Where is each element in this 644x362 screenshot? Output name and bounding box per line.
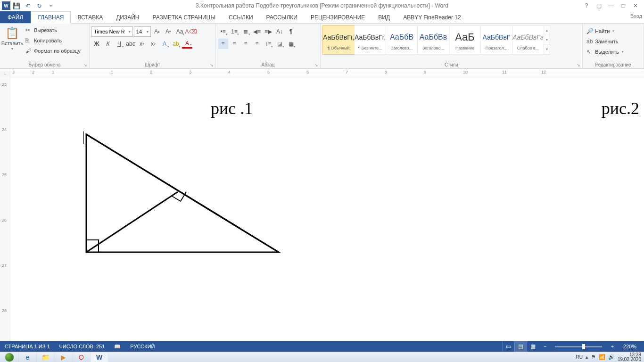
web-layout-icon[interactable]: ▦ bbox=[527, 341, 539, 352]
dialog-launcher-icon[interactable]: ↘ bbox=[210, 63, 214, 67]
ribbon-options-icon[interactable]: ▢ bbox=[593, 1, 604, 10]
tab-abbyy[interactable]: ABBYY FineReader 12 bbox=[396, 11, 468, 23]
read-mode-icon[interactable]: ▭ bbox=[502, 341, 514, 352]
dialog-launcher-icon[interactable]: ↘ bbox=[83, 63, 87, 67]
dialog-launcher-icon[interactable]: ↘ bbox=[577, 63, 580, 67]
tab-file[interactable]: ФАЙЛ bbox=[0, 11, 31, 23]
multilevel-icon[interactable]: ≣▾ bbox=[240, 26, 251, 37]
sort-icon[interactable]: A↓ bbox=[274, 26, 285, 37]
tab-design[interactable]: ДИЗАЙН bbox=[109, 11, 146, 23]
taskbar-ie-icon[interactable]: e bbox=[19, 352, 37, 362]
select-button[interactable]: ↖Выделить▾ bbox=[585, 47, 626, 57]
vertical-ruler[interactable]: 232425262728 bbox=[0, 77, 10, 341]
start-button[interactable] bbox=[0, 352, 19, 362]
minimize-icon[interactable]: — bbox=[605, 1, 617, 10]
zoom-thumb[interactable] bbox=[582, 344, 585, 349]
align-right-icon[interactable]: ≡ bbox=[240, 39, 251, 49]
italic-button[interactable]: К bbox=[103, 39, 113, 49]
tab-insert[interactable]: ВСТАВКА bbox=[71, 11, 109, 23]
status-page[interactable]: СТРАНИЦА 1 ИЗ 1 bbox=[0, 341, 55, 352]
tab-review[interactable]: РЕЦЕНЗИРОВАНИЕ bbox=[304, 11, 372, 23]
ruler-corner[interactable]: ∟ bbox=[0, 69, 10, 77]
decrease-indent-icon[interactable]: ◀≡ bbox=[252, 26, 262, 37]
underline-button[interactable]: Ч▾ bbox=[114, 39, 124, 49]
horizontal-ruler[interactable]: 321123456789101112 bbox=[10, 69, 644, 77]
zoom-in-button[interactable]: + bbox=[606, 341, 618, 352]
tray-lang[interactable]: RU bbox=[576, 354, 582, 360]
zoom-value[interactable]: 220% bbox=[619, 341, 644, 352]
qat-more-icon[interactable] bbox=[45, 0, 56, 11]
text-effects-icon[interactable]: A▾ bbox=[159, 39, 170, 49]
undo-icon[interactable]: ↶ bbox=[23, 0, 33, 11]
font-color-icon[interactable]: A▾ bbox=[182, 40, 192, 49]
group-editing-label: Редактирование bbox=[585, 61, 642, 68]
help-icon[interactable]: ? bbox=[581, 1, 592, 10]
taskbar-word-icon[interactable]: W bbox=[91, 352, 108, 362]
dialog-launcher-icon[interactable]: ↘ bbox=[314, 63, 318, 67]
style-title[interactable]: АаБНазвание bbox=[449, 25, 481, 55]
style-subtle[interactable]: АаБбВвГгСлабое в... bbox=[512, 25, 544, 55]
zoom-slider[interactable] bbox=[555, 346, 602, 347]
style-heading2[interactable]: АаБбВвЗаголово... bbox=[417, 25, 449, 55]
volume-icon[interactable]: 🔊 bbox=[608, 354, 615, 360]
taskbar-opera-icon[interactable]: O bbox=[73, 352, 91, 362]
borders-icon[interactable]: ▦▾ bbox=[286, 39, 296, 49]
change-case-icon[interactable]: Aa▾ bbox=[174, 26, 185, 37]
show-marks-icon[interactable]: ¶ bbox=[286, 26, 296, 37]
tab-mailings[interactable]: РАССЫЛКИ bbox=[260, 11, 304, 23]
justify-icon[interactable]: ≡ bbox=[252, 39, 262, 49]
paste-button[interactable]: 📋 Вставить ▼ bbox=[2, 25, 23, 50]
copy-button[interactable]: ⎘Копировать bbox=[24, 36, 83, 45]
subscript-button[interactable]: x2 bbox=[137, 39, 147, 49]
tab-view[interactable]: ВИД bbox=[372, 11, 396, 23]
increase-indent-icon[interactable]: ≡▶ bbox=[263, 26, 273, 37]
taskbar-media-icon[interactable]: ▶ bbox=[55, 352, 73, 362]
format-painter-button[interactable]: 🖌Формат по образцу bbox=[24, 46, 83, 56]
grow-font-icon[interactable]: A▴ bbox=[152, 26, 162, 37]
strikethrough-button[interactable]: abc bbox=[125, 39, 136, 49]
style-subtitle[interactable]: АаБбВвГПодзагол... bbox=[480, 25, 512, 55]
tab-references[interactable]: ССЫЛКИ bbox=[222, 11, 259, 23]
clear-formatting-icon[interactable]: A⌫ bbox=[186, 26, 196, 37]
numbering-icon[interactable]: 1≡▾ bbox=[229, 26, 239, 37]
shrink-font-icon[interactable]: A▾ bbox=[163, 26, 173, 37]
print-layout-icon[interactable]: ▤ bbox=[514, 341, 527, 352]
style-heading1[interactable]: АаБбВЗаголово... bbox=[386, 25, 418, 55]
style-normal[interactable]: АаБбВвГг,¶ Обычный bbox=[322, 25, 355, 55]
tab-page-layout[interactable]: РАЗМЕТКА СТРАНИЦЫ bbox=[146, 11, 223, 23]
cut-button[interactable]: ✂Вырезать bbox=[24, 25, 83, 35]
font-size-combo[interactable]: 14▾ bbox=[134, 26, 151, 37]
redo-icon[interactable]: ↻ bbox=[34, 0, 44, 11]
title-bar: W 💾 ↶ ↻ 3.Контрольная работа Подобие тре… bbox=[0, 0, 644, 11]
highlight-icon[interactable]: ab▾ bbox=[171, 39, 181, 49]
replace-button[interactable]: abЗаменить bbox=[585, 37, 626, 46]
superscript-button[interactable]: x2 bbox=[148, 39, 158, 49]
bold-button[interactable]: Ж bbox=[91, 39, 102, 49]
tray-up-icon[interactable]: ▴ bbox=[586, 354, 588, 360]
network-icon[interactable]: 📶 bbox=[599, 354, 605, 360]
shading-icon[interactable]: ◪▾ bbox=[274, 39, 285, 49]
tray-clock[interactable]: 13:39 19.02.2020 bbox=[618, 353, 641, 362]
save-icon[interactable]: 💾 bbox=[11, 0, 22, 11]
status-proofing[interactable]: 📖 bbox=[109, 341, 125, 352]
zoom-out-button[interactable]: − bbox=[539, 341, 551, 352]
align-center-icon[interactable]: ≡ bbox=[229, 39, 239, 49]
status-language[interactable]: РУССКИЙ bbox=[125, 341, 159, 352]
maximize-icon[interactable]: □ bbox=[618, 1, 629, 10]
style-nospacing[interactable]: АаБбВвГг,¶ Без инте... bbox=[354, 25, 386, 55]
close-icon[interactable]: ✕ bbox=[630, 1, 641, 10]
font-name-combo[interactable]: Times New R▾ bbox=[91, 26, 133, 37]
status-words[interactable]: ЧИСЛО СЛОВ: 251 bbox=[55, 341, 110, 352]
bullets-icon[interactable]: •≡▾ bbox=[218, 26, 228, 37]
align-left-icon[interactable]: ≡ bbox=[218, 39, 228, 49]
login-link[interactable]: Вход bbox=[630, 13, 642, 19]
flag-icon[interactable]: ⚑ bbox=[591, 354, 596, 360]
styles-more-button[interactable]: ▴▾▾ bbox=[544, 25, 550, 55]
tab-home[interactable]: ГЛАВНАЯ bbox=[31, 11, 71, 24]
find-button[interactable]: 🔎Найти▾ bbox=[585, 26, 626, 36]
page-viewport[interactable]: рис .1 рис.2 bbox=[10, 77, 644, 341]
taskbar-explorer-icon[interactable]: 📁 bbox=[37, 352, 55, 362]
line-spacing-icon[interactable]: ↕≡▾ bbox=[263, 39, 273, 49]
brush-icon: 🖌 bbox=[25, 48, 32, 54]
scissors-icon: ✂ bbox=[25, 27, 32, 33]
